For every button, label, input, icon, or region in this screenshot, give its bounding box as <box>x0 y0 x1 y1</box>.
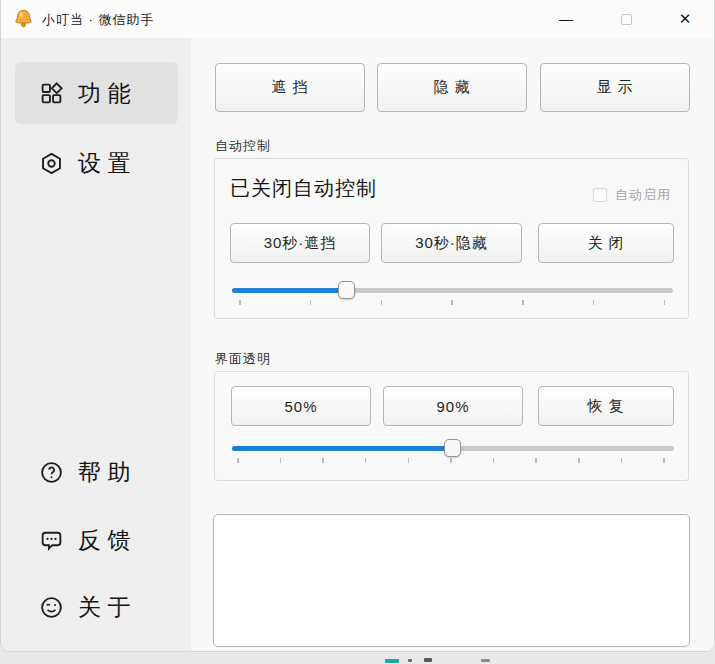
auto-enable-checkbox[interactable] <box>593 188 607 202</box>
minimize-button[interactable]: — <box>543 0 589 38</box>
slider-thumb[interactable] <box>444 439 461 457</box>
about-icon <box>39 595 64 620</box>
transparency-section-label: 界面透明 <box>215 350 271 368</box>
transparency-slider[interactable] <box>232 439 674 459</box>
auto-control-status: 已关闭自动控制 <box>230 175 377 202</box>
app-bell-icon <box>13 8 34 29</box>
desktop-sliver <box>0 652 715 664</box>
taskbar-peek-icon <box>481 659 490 662</box>
sidebar: 功 能 设 置 帮 助 反 馈 <box>1 38 191 652</box>
slider-thumb[interactable] <box>338 281 355 299</box>
settings-icon <box>39 151 64 176</box>
sidebar-item-label: 反 馈 <box>78 525 130 556</box>
close-button[interactable]: ✕ <box>662 0 708 38</box>
sidebar-item-help[interactable]: 帮 助 <box>15 441 178 503</box>
sidebar-item-settings[interactable]: 设 置 <box>15 132 178 194</box>
transparency-panel: 50% 90% 恢 复 <box>214 371 689 481</box>
taskbar-peek-icon <box>408 659 412 662</box>
sidebar-item-about[interactable]: 关 于 <box>15 576 178 638</box>
app-window: 小叮当 · 微信助手 — ✕ 功 能 设 置 <box>0 0 715 652</box>
sidebar-item-label: 设 置 <box>78 148 130 179</box>
auto-control-slider[interactable] <box>232 281 673 301</box>
minimize-icon: — <box>559 11 573 27</box>
title-bar: 小叮当 · 微信助手 — ✕ <box>1 0 714 38</box>
close-icon: ✕ <box>679 10 692 28</box>
sidebar-item-label: 功 能 <box>78 78 130 109</box>
maximize-button[interactable] <box>603 0 649 38</box>
taskbar-peek-icon <box>385 659 399 663</box>
slider-ticks <box>237 458 665 464</box>
hide-button[interactable]: 隐 藏 <box>377 63 527 112</box>
maximize-icon <box>621 14 632 25</box>
sidebar-item-label: 帮 助 <box>78 457 130 488</box>
opacity-restore-button[interactable]: 恢 复 <box>538 386 674 426</box>
auto-enable-label: 自动启用 <box>615 186 671 204</box>
log-output-box[interactable] <box>213 514 690 647</box>
slider-fill <box>232 446 453 451</box>
feedback-icon <box>39 528 64 553</box>
hide-30s-button[interactable]: 30秒·隐藏 <box>381 223 522 263</box>
slider-fill <box>232 288 347 293</box>
sidebar-item-feedback[interactable]: 反 馈 <box>15 509 178 571</box>
show-button[interactable]: 显 示 <box>540 63 690 112</box>
window-title: 小叮当 · 微信助手 <box>42 11 155 29</box>
sidebar-item-functions[interactable]: 功 能 <box>15 62 178 124</box>
auto-close-button[interactable]: 关 闭 <box>538 223 674 263</box>
auto-control-panel: 已关闭自动控制 自动启用 30秒·遮挡 30秒·隐藏 关 闭 <box>214 158 689 319</box>
sidebar-item-label: 关 于 <box>78 592 130 623</box>
auto-control-section-label: 自动控制 <box>215 137 271 155</box>
block-button[interactable]: 遮 挡 <box>215 63 365 112</box>
auto-enable-row[interactable]: 自动启用 <box>593 186 671 204</box>
help-icon <box>39 460 64 485</box>
grid-icon <box>39 81 64 106</box>
block-30s-button[interactable]: 30秒·遮挡 <box>230 223 370 263</box>
taskbar-peek-icon <box>424 658 432 662</box>
main-content: 遮 挡 隐 藏 显 示 自动控制 已关闭自动控制 自动启用 30秒·遮挡 30秒… <box>191 38 715 652</box>
opacity-50-button[interactable]: 50% <box>231 386 371 426</box>
slider-ticks <box>239 300 665 306</box>
opacity-90-button[interactable]: 90% <box>383 386 523 426</box>
